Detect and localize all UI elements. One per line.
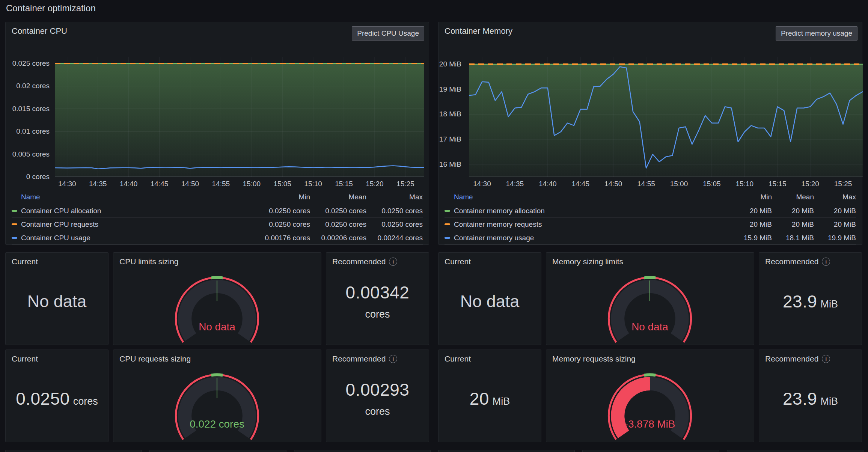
legend-header-min[interactable]: Min: [254, 193, 310, 201]
panel-title-container-cpu: Container CPU: [12, 26, 67, 36]
legend-mean-value: 0.0250 cores: [310, 220, 366, 229]
recommended-value: 0.00342 cores: [346, 282, 410, 320]
recommended-value: 0.00293 cores: [346, 380, 410, 417]
panel-memory-limits-recommended: Recommended i 23.9 MiB: [759, 252, 862, 345]
panel-cpu-requests-sizing-gauge: CPU requests sizing 0.022 cores: [113, 350, 321, 442]
panel-cpu-requests-recommended: Recommended i 0.00293 cores: [326, 350, 429, 442]
x-axis-tick: 14:55: [206, 180, 236, 188]
gauge-value: 0.022 cores: [190, 418, 244, 430]
panel-memory-requests-current: Current 20 MiB: [438, 350, 541, 442]
x-axis-tick: 15:10: [298, 180, 328, 188]
legend-mean-value: 0.00206 cores: [310, 234, 366, 242]
panel-cpu-limits-sizing-gauge: CPU limits sizing No data: [113, 252, 321, 345]
legend-min-value: 20 MiB: [730, 207, 772, 215]
memory-chart-plot[interactable]: [469, 57, 863, 177]
series-swatch-blue: [12, 237, 17, 239]
legend-header-name[interactable]: Name: [445, 193, 730, 201]
series-swatch-green: [12, 210, 17, 212]
cpu-requests-gauge: 0.022 cores: [113, 363, 321, 440]
legend-row-memory-allocation: Container memory allocation 20 MiB 20 Mi…: [445, 204, 856, 217]
x-axis-tick: 15:10: [729, 180, 760, 188]
y-axis-tick: 0.025 cores: [6, 59, 50, 68]
legend-row-cpu-requests: Container CPU requests 0.0250 cores 0.02…: [12, 217, 423, 231]
x-axis-tick: 15:15: [329, 180, 359, 188]
current-value: 0.0250 cores: [16, 389, 98, 409]
cutoff-panel: [294, 450, 431, 452]
panel-cpu-limits-recommended: Recommended i 0.00342 cores: [326, 252, 429, 345]
panel-cpu-requests-current: Current 0.0250 cores: [5, 350, 108, 442]
legend-min-value: 0.0250 cores: [254, 207, 310, 215]
x-axis-tick: 15:15: [763, 180, 793, 188]
legend-series-label[interactable]: Container CPU usage: [12, 234, 254, 242]
series-swatch-green: [445, 210, 450, 212]
legend-header-max[interactable]: Max: [366, 193, 423, 201]
legend-max-value: 19.9 MiB: [814, 234, 856, 242]
cpu-legend-header: Name Min Mean Max: [12, 190, 423, 204]
cpu-legend-table: Name Min Mean Max Container CPU allocati…: [12, 190, 423, 245]
chart-svg: [469, 57, 863, 177]
legend-row-memory-requests: Container memory requests 20 MiB 20 MiB …: [445, 217, 856, 231]
legend-header-min[interactable]: Min: [730, 193, 772, 201]
series-swatch-blue: [445, 237, 450, 239]
gauge-svg: No data: [546, 266, 754, 343]
panel-memory-requests-sizing-gauge: Memory requests sizing -3.878 MiB: [546, 350, 754, 442]
legend-mean-value: 18.1 MiB: [772, 234, 814, 242]
legend-series-label[interactable]: Container memory usage: [445, 234, 730, 242]
memory-legend-header: Name Min Mean Max: [445, 190, 856, 204]
x-axis-tick: 14:50: [598, 180, 628, 188]
stat-title: Memory requests sizing: [552, 354, 636, 363]
y-axis-tick: 19 MiB: [439, 85, 461, 93]
panel-title-container-memory: Container Memory: [445, 26, 512, 36]
legend-min-value: 0.0250 cores: [254, 220, 310, 229]
memory-requests-gauge: -3.878 MiB: [546, 363, 754, 440]
panel-cpu-limits-current: Current No data: [5, 252, 108, 345]
legend-mean-value: 20 MiB: [772, 220, 814, 229]
current-value: 20 MiB: [470, 389, 510, 409]
legend-header-max[interactable]: Max: [814, 193, 856, 201]
gauge-value: -3.878 MiB: [625, 418, 675, 430]
x-axis-tick: 14:55: [631, 180, 661, 188]
memory-x-axis: 14:3014:3514:4014:4514:5014:5515:0015:05…: [469, 180, 863, 189]
y-axis-tick: 18 MiB: [439, 110, 461, 118]
cpu-chart-plot[interactable]: [55, 57, 424, 177]
legend-max-value: 0.0250 cores: [366, 207, 423, 215]
x-axis-tick: 15:20: [360, 180, 390, 188]
legend-series-label[interactable]: Container CPU requests: [12, 220, 254, 229]
predict-memory-usage-button[interactable]: Predict memory usage: [776, 26, 857, 41]
cutoff-panel: [149, 450, 286, 452]
recommended-value: 23.9 MiB: [783, 291, 838, 312]
y-axis-tick: 20 MiB: [439, 60, 461, 68]
memory-legend-table: Name Min Mean Max Container memory alloc…: [445, 190, 856, 245]
legend-series-label[interactable]: Container CPU allocation: [12, 207, 254, 215]
legend-max-value: 20 MiB: [814, 220, 856, 229]
chart-svg: [55, 57, 424, 177]
legend-series-label[interactable]: Container memory requests: [445, 220, 730, 229]
y-axis-tick: 17 MiB: [439, 135, 461, 143]
legend-mean-value: 20 MiB: [772, 207, 814, 215]
gauge-value: No data: [199, 321, 235, 333]
y-axis-tick: 0.01 cores: [6, 127, 50, 136]
recommended-value: 23.9 MiB: [783, 389, 838, 409]
gauge-value: No data: [631, 321, 668, 333]
panel-memory-limits-current: Current No data: [438, 252, 541, 345]
legend-header-name[interactable]: Name: [12, 193, 254, 201]
memory-y-axis: 20 MiB19 MiB18 MiB17 MiB16 MiB: [439, 57, 464, 177]
legend-header-mean[interactable]: Mean: [772, 193, 814, 201]
no-data-value: No data: [460, 292, 520, 311]
y-axis-tick: 16 MiB: [439, 160, 461, 169]
x-axis-tick: 14:45: [565, 180, 595, 188]
gauge-svg: -3.878 MiB: [546, 363, 754, 440]
y-axis-tick: 0.005 cores: [6, 150, 50, 158]
legend-row-cpu-usage: Container CPU usage 0.00176 cores 0.0020…: [12, 231, 423, 244]
predict-cpu-usage-button[interactable]: Predict CPU Usage: [352, 26, 424, 41]
series-swatch-orange: [12, 223, 17, 225]
cutoff-panel: [5, 450, 142, 452]
memory-limits-gauge: No data: [546, 266, 754, 343]
cutoff-panel: [727, 450, 863, 452]
y-axis-tick: 0.02 cores: [6, 82, 50, 90]
legend-series-label[interactable]: Container memory allocation: [445, 207, 730, 215]
legend-min-value: 15.9 MiB: [730, 234, 772, 242]
legend-max-value: 0.0250 cores: [366, 220, 423, 229]
legend-min-value: 0.00176 cores: [254, 234, 310, 242]
legend-header-mean[interactable]: Mean: [310, 193, 366, 201]
